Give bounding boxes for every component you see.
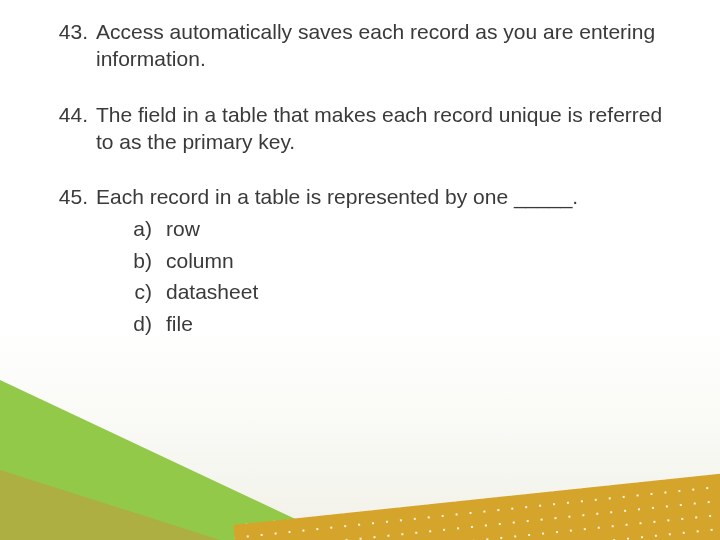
option-letter: b) [96,246,166,275]
option-letter: c) [96,277,166,306]
option-text: row [166,214,680,243]
option-text: column [166,246,680,275]
option-letter: a) [96,214,166,243]
question-number: 45. [48,183,96,210]
slide: 43. Access automatically saves each reco… [0,0,720,540]
question-text: Each record in a table is represented by… [96,183,680,210]
option-letter: d) [96,309,166,338]
content-area: 43. Access automatically saves each reco… [48,18,680,366]
option-d: d) file [96,309,680,338]
question-number: 44. [48,101,96,128]
option-a: a) row [96,214,680,243]
option-b: b) column [96,246,680,275]
question-text: The field in a table that makes each rec… [96,101,680,156]
question-number: 43. [48,18,96,45]
question-45: 45. Each record in a table is represente… [48,183,680,338]
option-c: c) datasheet [96,277,680,306]
question-text: Access automatically saves each record a… [96,18,680,73]
options-list: a) row b) column c) datasheet d) file [96,214,680,338]
question-43: 43. Access automatically saves each reco… [48,18,680,73]
option-text: datasheet [166,277,680,306]
question-44: 44. The field in a table that makes each… [48,101,680,156]
option-text: file [166,309,680,338]
question-body: Each record in a table is represented by… [96,183,680,338]
decor-triangle-olive [0,470,220,540]
